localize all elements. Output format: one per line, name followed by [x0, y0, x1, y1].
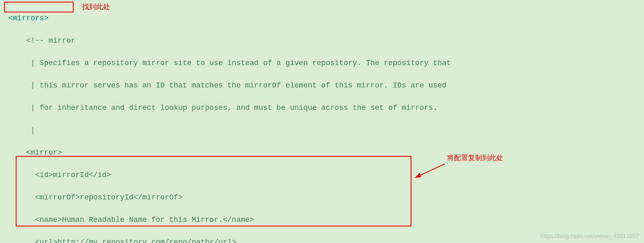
c-nm-o: <name> — [8, 216, 62, 224]
xml-code-block: <mirrors> <!-- mirror | Specifies a repo… — [8, 2, 636, 243]
comment-l6: | — [8, 126, 35, 134]
annotation-find-here: 找到此处 — [82, 2, 110, 12]
c-url-c: </url> — [209, 238, 236, 243]
comment-start: <!-- mirror — [26, 36, 75, 45]
watermark-text: https://blog.csdn.net/weixin_43811057 — [541, 232, 639, 241]
c-url-o: <url> — [8, 238, 58, 243]
c-id-c: </id> — [89, 171, 111, 179]
c-mo-o: <mirrorOf> — [8, 193, 80, 202]
comment-mirror-open: <mirror> — [8, 148, 62, 157]
c-id-o: <id> — [8, 171, 53, 179]
c-url-val: http://my.repository.com/repo/path — [58, 238, 209, 243]
comment-l5: | for inheritance and direct lookup purp… — [8, 104, 437, 112]
mirrors-open-tag: <mirrors> — [8, 14, 48, 22]
comment-l3: | Specifies a repository mirror site to … — [8, 59, 451, 67]
c-mo-val: repositoryId — [80, 193, 134, 202]
comment-l4: | this mirror serves has an ID that matc… — [8, 81, 447, 90]
annotation-copy-here: 将配置复制到此处 — [447, 153, 503, 163]
c-id-val: mirrorId — [53, 171, 89, 179]
c-nm-c: </name> — [223, 216, 255, 224]
c-nm-val: Human Readable Name for this Mirror. — [62, 216, 223, 224]
c-mo-c: </mirrorOf> — [133, 193, 183, 202]
